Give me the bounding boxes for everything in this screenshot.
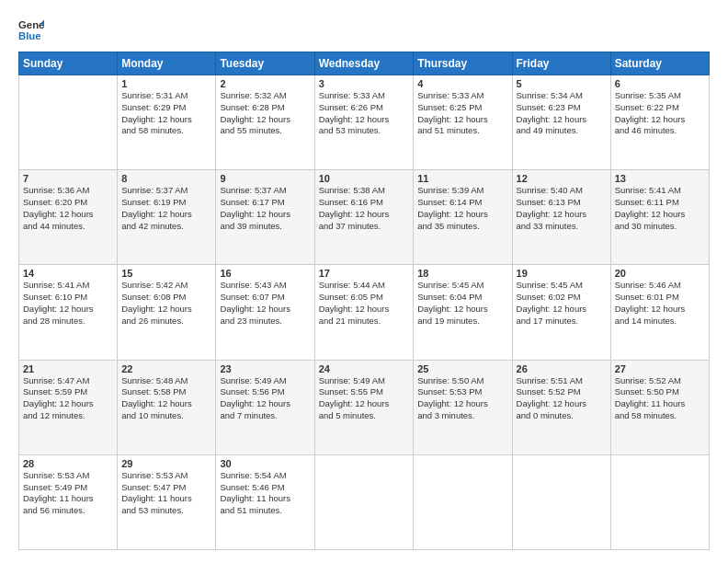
calendar-cell: 16Sunrise: 5:43 AM Sunset: 6:07 PM Dayli…	[216, 265, 314, 360]
calendar-cell: 6Sunrise: 5:35 AM Sunset: 6:22 PM Daylig…	[610, 75, 709, 170]
day-info: Sunrise: 5:38 AM Sunset: 6:16 PM Dayligh…	[319, 185, 410, 232]
week-row-5: 28Sunrise: 5:53 AM Sunset: 5:49 PM Dayli…	[19, 454, 710, 549]
day-info: Sunrise: 5:47 AM Sunset: 5:59 PM Dayligh…	[23, 375, 113, 422]
day-info: Sunrise: 5:31 AM Sunset: 6:29 PM Dayligh…	[121, 90, 211, 137]
day-number: 17	[319, 268, 410, 279]
day-info: Sunrise: 5:44 AM Sunset: 6:05 PM Dayligh…	[319, 280, 410, 327]
weekday-header-row: SundayMondayTuesdayWednesdayThursdayFrid…	[19, 52, 710, 75]
day-number: 20	[615, 268, 705, 279]
calendar-cell: 12Sunrise: 5:40 AM Sunset: 6:13 PM Dayli…	[512, 170, 610, 265]
weekday-header-friday: Friday	[512, 52, 610, 75]
weekday-header-monday: Monday	[118, 52, 216, 75]
day-number: 9	[220, 173, 310, 184]
weekday-header-thursday: Thursday	[414, 52, 512, 75]
calendar-body: 1Sunrise: 5:31 AM Sunset: 6:29 PM Daylig…	[19, 75, 710, 550]
day-info: Sunrise: 5:49 AM Sunset: 5:55 PM Dayligh…	[319, 375, 410, 422]
calendar-cell: 18Sunrise: 5:45 AM Sunset: 6:04 PM Dayli…	[414, 265, 512, 360]
weekday-header-sunday: Sunday	[19, 52, 118, 75]
day-info: Sunrise: 5:39 AM Sunset: 6:14 PM Dayligh…	[417, 185, 507, 232]
calendar-cell: 21Sunrise: 5:47 AM Sunset: 5:59 PM Dayli…	[19, 360, 118, 454]
day-number: 15	[121, 268, 211, 279]
day-info: Sunrise: 5:49 AM Sunset: 5:56 PM Dayligh…	[220, 375, 310, 422]
calendar-table: SundayMondayTuesdayWednesdayThursdayFrid…	[18, 52, 710, 550]
day-number: 12	[517, 173, 607, 184]
day-number: 28	[23, 458, 113, 469]
calendar-cell: 13Sunrise: 5:41 AM Sunset: 6:11 PM Dayli…	[610, 170, 709, 265]
calendar-cell: 4Sunrise: 5:33 AM Sunset: 6:25 PM Daylig…	[414, 75, 512, 170]
day-number: 29	[121, 458, 211, 469]
calendar-cell: 9Sunrise: 5:37 AM Sunset: 6:17 PM Daylig…	[216, 170, 314, 265]
day-info: Sunrise: 5:43 AM Sunset: 6:07 PM Dayligh…	[220, 280, 310, 327]
day-number: 13	[615, 173, 705, 184]
day-info: Sunrise: 5:40 AM Sunset: 6:13 PM Dayligh…	[517, 185, 607, 232]
calendar-cell: 5Sunrise: 5:34 AM Sunset: 6:23 PM Daylig…	[512, 75, 610, 170]
day-info: Sunrise: 5:48 AM Sunset: 5:58 PM Dayligh…	[121, 375, 211, 422]
week-row-3: 14Sunrise: 5:41 AM Sunset: 6:10 PM Dayli…	[19, 265, 710, 360]
day-number: 7	[23, 173, 113, 184]
calendar-cell: 23Sunrise: 5:49 AM Sunset: 5:56 PM Dayli…	[216, 360, 314, 454]
weekday-header-wednesday: Wednesday	[314, 52, 414, 75]
calendar-cell: 3Sunrise: 5:33 AM Sunset: 6:26 PM Daylig…	[314, 75, 414, 170]
day-info: Sunrise: 5:51 AM Sunset: 5:52 PM Dayligh…	[517, 375, 607, 422]
day-number: 2	[220, 78, 310, 89]
calendar-cell: 7Sunrise: 5:36 AM Sunset: 6:20 PM Daylig…	[19, 170, 118, 265]
calendar-cell: 25Sunrise: 5:50 AM Sunset: 5:53 PM Dayli…	[414, 360, 512, 454]
day-info: Sunrise: 5:54 AM Sunset: 5:46 PM Dayligh…	[220, 470, 310, 517]
day-number: 5	[517, 78, 607, 89]
calendar-cell: 17Sunrise: 5:44 AM Sunset: 6:05 PM Dayli…	[314, 265, 414, 360]
header: General Blue	[18, 17, 710, 42]
day-info: Sunrise: 5:32 AM Sunset: 6:28 PM Dayligh…	[220, 90, 310, 137]
day-number: 21	[23, 363, 113, 374]
calendar-cell: 1Sunrise: 5:31 AM Sunset: 6:29 PM Daylig…	[118, 75, 216, 170]
day-number: 1	[121, 78, 211, 89]
day-info: Sunrise: 5:41 AM Sunset: 6:10 PM Dayligh…	[23, 280, 113, 327]
day-number: 16	[220, 268, 310, 279]
calendar-cell: 19Sunrise: 5:45 AM Sunset: 6:02 PM Dayli…	[512, 265, 610, 360]
day-info: Sunrise: 5:53 AM Sunset: 5:47 PM Dayligh…	[121, 470, 211, 517]
calendar-cell: 22Sunrise: 5:48 AM Sunset: 5:58 PM Dayli…	[118, 360, 216, 454]
logo-icon: General Blue	[18, 17, 44, 42]
day-info: Sunrise: 5:41 AM Sunset: 6:11 PM Dayligh…	[615, 185, 705, 232]
day-number: 6	[615, 78, 705, 89]
week-row-1: 1Sunrise: 5:31 AM Sunset: 6:29 PM Daylig…	[19, 75, 710, 170]
calendar-cell	[512, 454, 610, 549]
day-number: 26	[517, 363, 607, 374]
day-number: 22	[121, 363, 211, 374]
day-info: Sunrise: 5:42 AM Sunset: 6:08 PM Dayligh…	[121, 280, 211, 327]
day-number: 19	[517, 268, 607, 279]
day-number: 18	[417, 268, 507, 279]
day-info: Sunrise: 5:35 AM Sunset: 6:22 PM Dayligh…	[615, 90, 705, 137]
day-info: Sunrise: 5:52 AM Sunset: 5:50 PM Dayligh…	[615, 375, 705, 422]
calendar-page: General Blue SundayMondayTuesdayWednesda…	[0, 0, 728, 563]
day-number: 3	[319, 78, 410, 89]
logo: General Blue	[18, 17, 44, 42]
calendar-cell: 28Sunrise: 5:53 AM Sunset: 5:49 PM Dayli…	[19, 454, 118, 549]
day-info: Sunrise: 5:50 AM Sunset: 5:53 PM Dayligh…	[417, 375, 507, 422]
day-number: 30	[220, 458, 310, 469]
svg-text:Blue: Blue	[18, 30, 41, 41]
day-number: 11	[417, 173, 507, 184]
calendar-cell: 30Sunrise: 5:54 AM Sunset: 5:46 PM Dayli…	[216, 454, 314, 549]
calendar-cell: 11Sunrise: 5:39 AM Sunset: 6:14 PM Dayli…	[414, 170, 512, 265]
day-info: Sunrise: 5:37 AM Sunset: 6:17 PM Dayligh…	[220, 185, 310, 232]
day-info: Sunrise: 5:34 AM Sunset: 6:23 PM Dayligh…	[517, 90, 607, 137]
day-info: Sunrise: 5:53 AM Sunset: 5:49 PM Dayligh…	[23, 470, 113, 517]
week-row-2: 7Sunrise: 5:36 AM Sunset: 6:20 PM Daylig…	[19, 170, 710, 265]
weekday-header-saturday: Saturday	[610, 52, 709, 75]
weekday-header-tuesday: Tuesday	[216, 52, 314, 75]
calendar-cell: 27Sunrise: 5:52 AM Sunset: 5:50 PM Dayli…	[610, 360, 709, 454]
calendar-cell: 26Sunrise: 5:51 AM Sunset: 5:52 PM Dayli…	[512, 360, 610, 454]
calendar-cell: 15Sunrise: 5:42 AM Sunset: 6:08 PM Dayli…	[118, 265, 216, 360]
calendar-cell: 29Sunrise: 5:53 AM Sunset: 5:47 PM Dayli…	[118, 454, 216, 549]
calendar-cell: 14Sunrise: 5:41 AM Sunset: 6:10 PM Dayli…	[19, 265, 118, 360]
day-number: 8	[121, 173, 211, 184]
day-number: 23	[220, 363, 310, 374]
day-number: 4	[417, 78, 507, 89]
calendar-cell	[19, 75, 118, 170]
calendar-cell	[610, 454, 709, 549]
day-number: 24	[319, 363, 410, 374]
day-info: Sunrise: 5:36 AM Sunset: 6:20 PM Dayligh…	[23, 185, 113, 232]
day-number: 27	[615, 363, 705, 374]
calendar-cell: 8Sunrise: 5:37 AM Sunset: 6:19 PM Daylig…	[118, 170, 216, 265]
day-number: 14	[23, 268, 113, 279]
